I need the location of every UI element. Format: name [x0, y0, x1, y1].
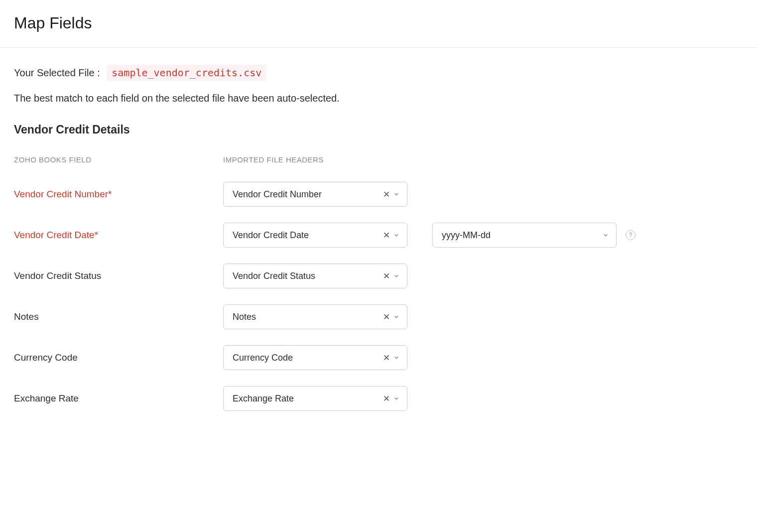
clear-icon[interactable]: ✕: [383, 272, 390, 280]
field-label-currency-code: Currency Code: [14, 352, 223, 363]
select-value: Vendor Credit Date: [233, 230, 383, 241]
clear-icon[interactable]: ✕: [383, 190, 390, 199]
columns-header: ZOHO BOOKS FIELD IMPORTED FILE HEADERS: [14, 155, 743, 164]
chevron-down-icon[interactable]: [393, 232, 400, 239]
select-exchange-rate[interactable]: Exchange Rate ✕: [223, 386, 407, 411]
clear-icon[interactable]: ✕: [383, 354, 390, 362]
selected-file-line: Your Selected File : sample_vendor_credi…: [14, 67, 743, 79]
auto-select-description: The best match to each field on the sele…: [14, 93, 743, 104]
select-vendor-credit-date[interactable]: Vendor Credit Date ✕: [223, 223, 407, 248]
select-value: yyyy-MM-dd: [442, 230, 602, 241]
chevron-down-icon[interactable]: [393, 354, 400, 361]
chevron-down-icon[interactable]: [393, 191, 400, 198]
select-notes[interactable]: Notes ✕: [223, 304, 407, 329]
date-format-wrap: yyyy-MM-dd ?: [432, 223, 635, 248]
chevron-down-icon[interactable]: [393, 395, 400, 402]
field-label-notes: Notes: [14, 311, 223, 322]
chevron-down-icon[interactable]: [393, 313, 400, 320]
select-value: Vendor Credit Number: [233, 189, 383, 200]
select-date-format[interactable]: yyyy-MM-dd: [432, 223, 617, 248]
clear-icon[interactable]: ✕: [383, 395, 390, 403]
field-row-notes: Notes Notes ✕: [14, 304, 743, 329]
select-value: Vendor Credit Status: [233, 271, 383, 281]
selected-file-name: sample_vendor_credits.csv: [107, 65, 266, 81]
column-header-zoho-field: ZOHO BOOKS FIELD: [14, 155, 223, 164]
field-row-vendor-credit-status: Vendor Credit Status Vendor Credit Statu…: [14, 264, 743, 288]
field-row-exchange-rate: Exchange Rate Exchange Rate ✕: [14, 386, 743, 411]
field-row-currency-code: Currency Code Currency Code ✕: [14, 345, 743, 370]
page-title: Map Fields: [14, 14, 743, 32]
field-row-vendor-credit-number: Vendor Credit Number* Vendor Credit Numb…: [14, 182, 743, 207]
clear-icon[interactable]: ✕: [383, 313, 390, 321]
chevron-down-icon[interactable]: [393, 272, 400, 279]
chevron-down-icon[interactable]: [602, 232, 609, 239]
select-value: Exchange Rate: [233, 394, 383, 404]
clear-icon[interactable]: ✕: [383, 231, 390, 240]
select-vendor-credit-number[interactable]: Vendor Credit Number ✕: [223, 182, 407, 207]
section-title: Vendor Credit Details: [14, 123, 743, 136]
page-header: Map Fields: [0, 0, 757, 48]
field-label-exchange-rate: Exchange Rate: [14, 393, 223, 404]
main-content: Your Selected File : sample_vendor_credi…: [0, 48, 757, 446]
help-icon[interactable]: ?: [626, 230, 635, 240]
select-vendor-credit-status[interactable]: Vendor Credit Status ✕: [223, 264, 407, 288]
column-header-imported-headers: IMPORTED FILE HEADERS: [223, 155, 432, 164]
field-label-vendor-credit-number: Vendor Credit Number*: [14, 189, 223, 200]
select-currency-code[interactable]: Currency Code ✕: [223, 345, 407, 370]
selected-file-label: Your Selected File :: [14, 67, 100, 78]
field-label-vendor-credit-date: Vendor Credit Date*: [14, 230, 223, 241]
select-value: Currency Code: [233, 353, 383, 363]
field-row-vendor-credit-date: Vendor Credit Date* Vendor Credit Date ✕…: [14, 223, 743, 248]
select-value: Notes: [233, 312, 383, 322]
field-label-vendor-credit-status: Vendor Credit Status: [14, 270, 223, 281]
